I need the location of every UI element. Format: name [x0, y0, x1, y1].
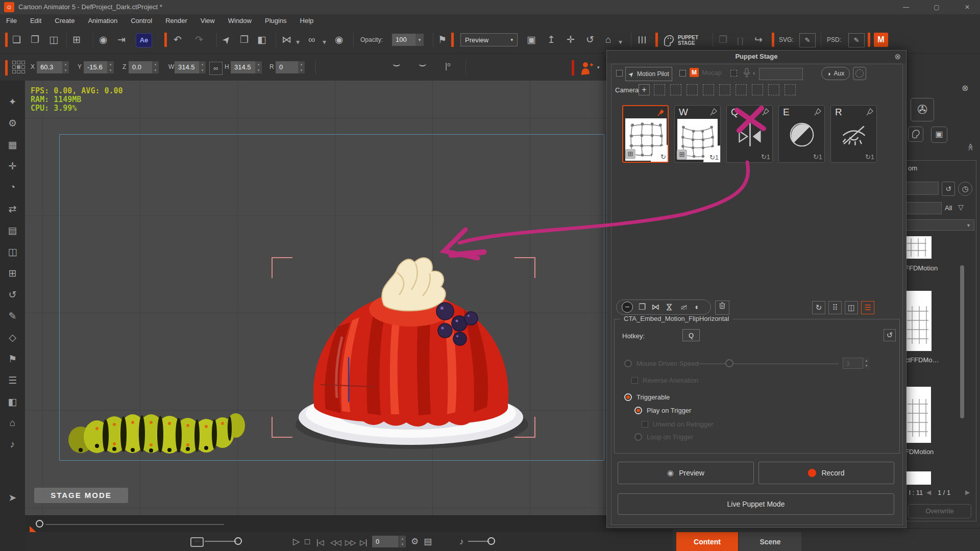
- chevron-down-icon[interactable]: ▾: [597, 65, 600, 70]
- search-refresh-icon[interactable]: ↺: [942, 182, 955, 196]
- flip-h-icon[interactable]: ⋈: [651, 303, 659, 311]
- opacity-dropdown-icon[interactable]: ▾: [415, 34, 424, 46]
- opacity-icon[interactable]: ◐: [695, 303, 700, 311]
- link-icon[interactable]: ∞: [308, 34, 315, 45]
- speed-slider-track[interactable]: [697, 363, 839, 364]
- left-tool-18-icon[interactable]: ➤: [0, 492, 25, 504]
- opacity-input[interactable]: 100: [392, 34, 415, 46]
- pin-icon[interactable]: [814, 108, 822, 116]
- camera-slot[interactable]: [752, 84, 763, 95]
- w-input[interactable]: 314.5: [175, 61, 199, 73]
- close-button[interactable]: ✕: [957, 2, 977, 12]
- motion-pilot-button[interactable]: ➤ Motion Pilot: [625, 67, 672, 81]
- y-stepper[interactable]: ▲▼: [107, 61, 114, 73]
- ease-curve-alt-icon[interactable]: ⌣: [419, 59, 427, 70]
- menu-render[interactable]: Render: [165, 17, 187, 24]
- tab-content[interactable]: Content: [676, 532, 738, 551]
- marketplace-cart-icon[interactable]: ⊞: [72, 34, 81, 45]
- mask-region-button[interactable]: [853, 67, 866, 80]
- panel-close-icon[interactable]: ⊗: [894, 52, 901, 61]
- preview-button[interactable]: ◉ Preview: [618, 462, 754, 484]
- preview-dots-icon[interactable]: ⠿: [828, 301, 842, 314]
- library-item-thumbnail[interactable]: [905, 471, 931, 485]
- rotate-tool-icon[interactable]: ↺: [586, 34, 594, 45]
- motion-pilot-checkbox[interactable]: [616, 70, 623, 77]
- camera-slot[interactable]: [654, 84, 665, 95]
- folder-icon[interactable]: ❐: [639, 303, 646, 311]
- reverse-animation-checkbox[interactable]: [631, 377, 638, 384]
- left-tool-9-icon[interactable]: ⊞: [0, 267, 25, 279]
- camera-slot[interactable]: [670, 84, 681, 95]
- chevron-down-icon[interactable]: ▾: [619, 36, 622, 47]
- page-previous-icon[interactable]: ◀: [926, 489, 931, 496]
- minimize-button[interactable]: —: [896, 2, 916, 12]
- left-tool-3-icon[interactable]: ▦: [0, 139, 25, 151]
- trigger-card-e[interactable]: E ↻1: [778, 105, 825, 163]
- left-tool-14-icon[interactable]: ☰: [0, 374, 25, 386]
- trigger-card-default[interactable]: ⊞ ↻: [622, 105, 669, 163]
- play-icon[interactable]: ▷: [293, 537, 300, 546]
- menu-animation[interactable]: Animation: [88, 17, 117, 24]
- library-item-thumbnail[interactable]: [905, 387, 931, 443]
- select-cursor-icon[interactable]: ➤: [219, 33, 233, 46]
- menu-view[interactable]: View: [201, 17, 215, 24]
- record-button[interactable]: Record: [758, 462, 894, 484]
- sort-select[interactable]: ▼: [906, 219, 974, 231]
- playhead-marker[interactable]: [30, 526, 36, 532]
- playback-settings-icon[interactable]: ⚙: [411, 537, 419, 546]
- maximize-button[interactable]: ▢: [926, 2, 947, 12]
- overwrite-button[interactable]: Overwrite: [908, 504, 971, 518]
- camera-slot[interactable]: [768, 84, 779, 95]
- pin-icon[interactable]: [657, 108, 666, 116]
- left-tool-10-icon[interactable]: ↺: [0, 289, 25, 300]
- duplicate-icon[interactable]: ❐: [240, 34, 249, 45]
- menu-plugins[interactable]: Plugins: [265, 17, 287, 24]
- redo-icon[interactable]: ↷: [195, 34, 203, 45]
- curtain-icon[interactable]: ☰: [636, 35, 647, 44]
- hide-icon[interactable]: [679, 303, 689, 311]
- export-frame-icon[interactable]: ↪: [754, 34, 763, 45]
- frame-stepper[interactable]: ▲▼: [399, 536, 406, 547]
- live-puppet-mode-button[interactable]: Live Puppet Mode: [618, 493, 894, 515]
- left-tool-5-icon[interactable]: ◔: [0, 182, 25, 193]
- library-item-label[interactable]: ctFFDMo…: [905, 356, 939, 364]
- menu-create[interactable]: Create: [55, 17, 75, 24]
- chevron-down-icon[interactable]: ▾: [296, 36, 300, 47]
- x-stepper[interactable]: ▲▼: [62, 61, 69, 73]
- frame-counter-input[interactable]: 0: [372, 536, 399, 547]
- timeline-strip[interactable]: [25, 515, 673, 533]
- reset-trigger-icon[interactable]: ↻: [812, 301, 825, 314]
- left-tool-12-icon[interactable]: ◇: [0, 332, 25, 343]
- filter-input[interactable]: [906, 202, 942, 214]
- undo-icon[interactable]: ↶: [174, 34, 182, 45]
- preview-mode-select[interactable]: Preview ▾: [460, 33, 518, 46]
- pin-icon[interactable]: [866, 108, 874, 116]
- paint-bucket-icon[interactable]: ◧: [257, 34, 266, 45]
- ease-curve-icon[interactable]: ⌣: [393, 59, 401, 70]
- filter-funnel-icon[interactable]: ▽: [958, 203, 964, 211]
- remove-trigger-icon[interactable]: −: [622, 302, 633, 313]
- puppet-stage-button[interactable]: PUPPET STAGE: [663, 32, 709, 49]
- trigger-card-w[interactable]: W ⊞ ↻1: [674, 105, 721, 163]
- delete-trigger-button[interactable]: [715, 300, 729, 315]
- left-tool-16-icon[interactable]: ⌂: [0, 417, 25, 429]
- collapse-up-icon[interactable]: ≪: [967, 143, 975, 151]
- camera-slot[interactable]: [736, 84, 747, 95]
- camera-slot[interactable]: [687, 84, 698, 95]
- aux-button[interactable]: ◑ Aux: [821, 67, 850, 80]
- pin-icon[interactable]: [762, 108, 770, 116]
- flip-v-icon[interactable]: ⋈: [665, 303, 673, 311]
- audio-source-input[interactable]: [759, 68, 803, 80]
- tab-scene[interactable]: Scene: [739, 532, 801, 551]
- left-tool-1-icon[interactable]: ✦: [0, 96, 25, 108]
- move-tool-icon[interactable]: ✛: [567, 34, 575, 45]
- hotkey-input[interactable]: Q: [682, 329, 700, 341]
- save-project-icon[interactable]: ◫: [49, 34, 58, 45]
- svg-edit-icon[interactable]: ✎: [799, 33, 816, 47]
- x-input[interactable]: 60.3: [37, 61, 62, 73]
- menu-window[interactable]: Window: [228, 17, 252, 24]
- library-item-label[interactable]: FDMotion: [905, 448, 934, 456]
- camera-slot[interactable]: [703, 84, 714, 95]
- h-input[interactable]: 314.5: [231, 61, 255, 73]
- audio-checkbox[interactable]: [730, 70, 737, 77]
